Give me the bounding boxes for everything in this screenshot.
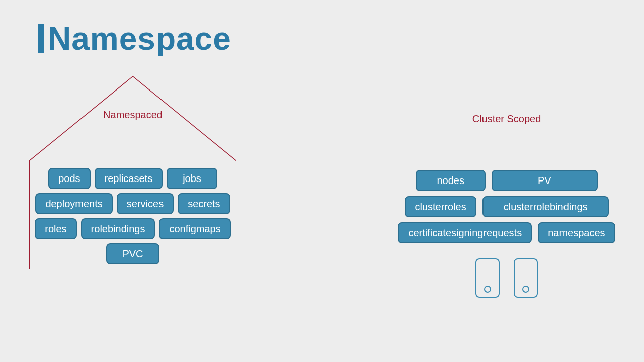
chip-jobs: jobs	[167, 168, 217, 189]
cluster-row-2: clusterroles clusterrolebindings	[405, 196, 608, 217]
namespaced-group: Namespaced pods replicasets jobs deploym…	[29, 75, 236, 269]
device-icons	[475, 258, 538, 298]
cluster-row-1: nodes PV	[416, 170, 597, 191]
chip-pvc: PVC	[106, 243, 159, 264]
chip-rolebindings: rolebindings	[81, 218, 155, 239]
page-title: Namespace	[38, 20, 231, 57]
chip-certificatesigningrequests: certificatesigningrequests	[398, 222, 532, 243]
title-accent-bar	[38, 24, 44, 53]
cluster-scoped-group: Cluster Scoped nodes PV clusterroles clu…	[404, 113, 610, 298]
chip-clusterrolebindings: clusterrolebindings	[482, 196, 609, 217]
chip-replicasets: replicasets	[95, 168, 163, 189]
namespaced-body: pods replicasets jobs deployments servic…	[29, 161, 236, 269]
chip-services: services	[117, 193, 174, 214]
chip-deployments: deployments	[35, 193, 112, 214]
chip-pods: pods	[48, 168, 90, 189]
device-icon	[514, 258, 538, 298]
chip-secrets: secrets	[178, 193, 230, 214]
chip-namespaces: namespaces	[538, 222, 615, 243]
cluster-scoped-label: Cluster Scoped	[404, 113, 610, 125]
title-text: Namespace	[48, 20, 231, 57]
chip-configmaps: configmaps	[159, 218, 230, 239]
cluster-rows: nodes PV clusterroles clusterrolebinding…	[404, 170, 610, 298]
chip-pv: PV	[492, 170, 598, 191]
cluster-row-3: certificatesigningrequests namespaces	[398, 222, 615, 243]
device-icon	[475, 258, 500, 298]
chip-nodes: nodes	[416, 170, 486, 191]
chip-clusterroles: clusterroles	[405, 196, 476, 217]
namespaced-label: Namespaced	[29, 109, 236, 121]
chip-roles: roles	[35, 218, 76, 239]
